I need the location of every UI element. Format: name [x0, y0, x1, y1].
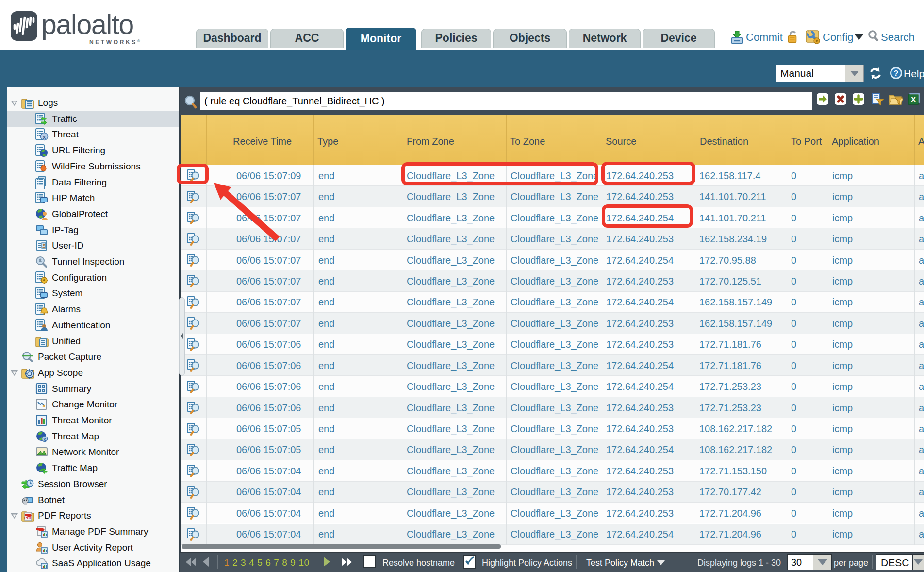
svg-text:x: x: [43, 134, 46, 140]
svg-text:X: X: [911, 96, 916, 104]
svg-text:PDF: PDF: [24, 516, 32, 520]
svg-text:?: ?: [894, 69, 899, 78]
svg-text:x: x: [43, 437, 46, 441]
